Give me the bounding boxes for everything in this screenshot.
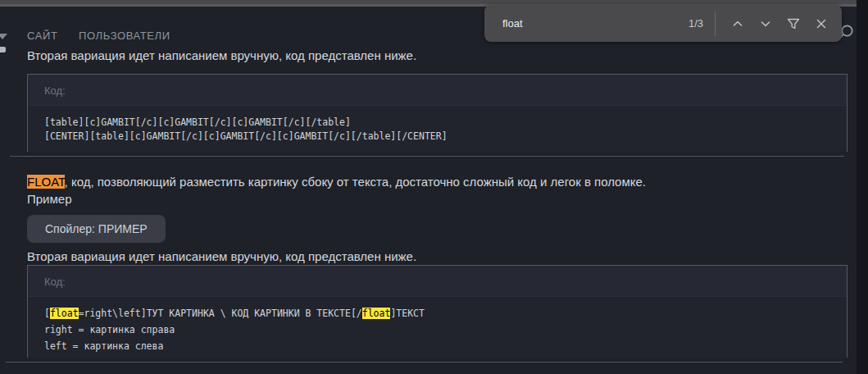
screen: САЙТ ПОЛЬЗОВАТЕЛИ Вторая вариация идет н… (0, 0, 868, 374)
code-block-table: Код: [table][c]GAMBIT[/c][c]GAMBIT[/c][c… (27, 74, 848, 152)
funnel-icon (786, 16, 801, 31)
find-match-match: float (50, 308, 79, 319)
x-icon (815, 17, 828, 30)
match-counter: 1/3 (688, 17, 703, 30)
paragraph-text: Вторая вариация идет написанием вручную,… (27, 49, 416, 65)
nav-item-users[interactable]: ПОЛЬЗОВАТЕЛИ (79, 30, 170, 43)
paragraph-intro: Вторая вариация идет написанием вручную,… (27, 49, 416, 66)
code-line: [CENTER][table][c]GAMBIT[/c][c]GAMBIT[/c… (44, 130, 847, 144)
code-block-header: Код: (28, 266, 847, 297)
code-block-header: Код: (28, 75, 847, 106)
text-segment: , код, позволяющий разместить картинку с… (65, 175, 646, 189)
paragraph-example-label: Пример (27, 191, 72, 208)
chevron-down-icon (0, 34, 7, 39)
chevron-up-icon (731, 17, 744, 30)
paragraph-float-description: FLOAT, код, позволяющий разместить карти… (27, 174, 646, 190)
find-bar: 1/3 (484, 5, 842, 42)
code-block-body: [float=right\left]ТУТ КАРТИНКА \ КОД КАР… (28, 297, 847, 358)
text-segment: =right\left]ТУТ КАРТИНКА \ КОД КАРТИНКИ … (79, 308, 362, 319)
paragraph-second-variant: Вторая вариация идет написанием вручную,… (27, 249, 416, 265)
code-label: Код: (28, 266, 847, 288)
text-segment: [ (44, 308, 50, 319)
close-find-button[interactable] (809, 10, 834, 38)
code-line: [float=right\left]ТУТ КАРТИНКА \ КОД КАР… (44, 305, 847, 322)
text-segment: ]ТЕКСТ (390, 308, 425, 319)
find-match-match: float (362, 308, 391, 319)
chevron-down-icon (759, 17, 772, 30)
code-line: left = картинка слева (44, 338, 847, 354)
find-match-active: FLOAT (27, 175, 65, 189)
window-edge-strip (857, 0, 868, 374)
code-label: Код: (28, 75, 847, 97)
next-match-button[interactable] (753, 10, 778, 38)
previous-match-button[interactable] (725, 10, 750, 38)
nav-item-site[interactable]: САЙТ (27, 30, 57, 43)
code-line: [table][c]GAMBIT[/c][c]GAMBIT[/c][c]GAMB… (44, 116, 847, 130)
post-divider (6, 362, 843, 363)
find-input[interactable] (501, 16, 688, 30)
clipped-ui-fragment (0, 47, 6, 52)
code-line: right = картинка справа (44, 322, 847, 338)
filter-button[interactable] (781, 10, 806, 38)
code-block-body: [table][c]GAMBIT[/c][c]GAMBIT[/c][c]GAMB… (28, 106, 847, 152)
code-block-float: Код: [float=right\left]ТУТ КАРТИНКА \ КО… (27, 265, 848, 358)
find-bar-separator (715, 11, 716, 36)
post-divider (10, 156, 844, 157)
spoiler-button[interactable]: Спойлер: ПРИМЕР (27, 215, 166, 243)
